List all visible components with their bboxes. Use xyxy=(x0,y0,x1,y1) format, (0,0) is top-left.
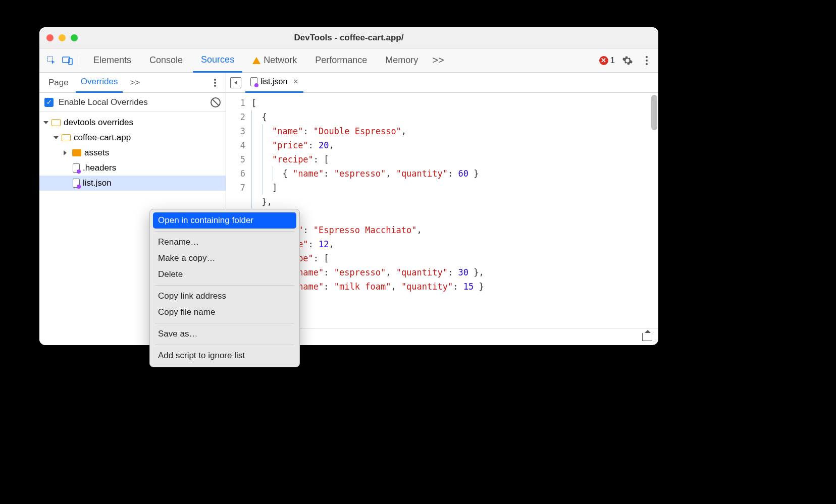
maximize-window-button[interactable] xyxy=(71,34,78,41)
titlebar[interactable]: DevTools - coffee-cart.app/ xyxy=(39,27,658,48)
ctx-copy-filename[interactable]: Copy file name xyxy=(153,304,296,320)
ctx-delete[interactable]: Delete xyxy=(153,266,296,283)
line-number: 5 xyxy=(226,152,245,166)
code-line[interactable]: { xyxy=(251,110,484,124)
devtools-window: DevTools - coffee-cart.app/ Elements Con… xyxy=(39,27,658,345)
content-area: Page Overrides >> ✓ Enable Local Overrid… xyxy=(39,73,658,345)
tree-domain[interactable]: coffee-cart.app xyxy=(39,130,226,145)
override-dot-icon xyxy=(254,83,258,87)
tab-performance-label: Performance xyxy=(315,55,367,66)
ctx-add-ignore[interactable]: Add script to ignore list xyxy=(153,348,296,364)
svg-point-3 xyxy=(646,56,648,58)
error-count-button[interactable]: ✕ 1 xyxy=(599,55,615,66)
toolbar-separator xyxy=(80,54,80,67)
kebab-menu-icon[interactable] xyxy=(640,55,653,66)
error-icon: ✕ xyxy=(599,56,608,65)
tab-network[interactable]: Network xyxy=(244,48,305,73)
subtab-overrides[interactable]: Overrides xyxy=(76,73,123,93)
toggle-drawer-icon[interactable] xyxy=(642,333,652,341)
svg-point-7 xyxy=(214,82,216,84)
tab-elements[interactable]: Elements xyxy=(85,48,139,73)
context-menu: Open in containing folder Rename… Make a… xyxy=(149,209,300,367)
tab-console-label: Console xyxy=(149,55,183,66)
folder-icon xyxy=(72,149,81,156)
tree-list-label: list.json xyxy=(83,178,112,188)
tab-memory[interactable]: Memory xyxy=(377,48,426,73)
line-number: 1 xyxy=(226,96,245,110)
code-line[interactable]: { "name": "espresso", "quantity": 60 } xyxy=(251,166,484,181)
tree-assets-label: assets xyxy=(84,148,109,158)
ctx-copy-link[interactable]: Copy link address xyxy=(153,288,296,304)
ctx-separator xyxy=(155,285,294,286)
ctx-separator xyxy=(155,345,294,345)
override-dot-icon xyxy=(77,170,81,174)
svg-point-8 xyxy=(214,85,216,87)
override-dot-icon xyxy=(77,185,81,189)
line-number: 7 xyxy=(226,181,245,195)
ctx-save-as[interactable]: Save as… xyxy=(153,326,296,342)
file-icon xyxy=(73,179,80,188)
file-icon xyxy=(73,163,80,173)
code-line[interactable]: "price": 20, xyxy=(251,138,484,152)
line-number: 4 xyxy=(226,138,245,152)
file-tab-label: list.json xyxy=(260,77,287,86)
sidebar-subtabs: Page Overrides >> xyxy=(39,73,226,93)
svg-point-4 xyxy=(646,60,648,62)
code-line[interactable]: [ xyxy=(251,96,484,110)
folder-icon xyxy=(62,134,71,141)
code-line[interactable]: "name": "Double Espresso", xyxy=(251,124,484,138)
tree-file-list[interactable]: list.json xyxy=(39,176,226,191)
toggle-nav-icon[interactable] xyxy=(230,77,241,88)
enable-overrides-checkbox[interactable]: ✓ xyxy=(44,98,54,107)
tree-headers-label: .headers xyxy=(83,163,116,173)
ctx-separator xyxy=(155,231,294,232)
tab-performance[interactable]: Performance xyxy=(307,48,375,73)
tab-network-label: Network xyxy=(264,55,297,66)
file-tab-list[interactable]: list.json × xyxy=(245,73,303,93)
device-toolbar-icon[interactable] xyxy=(61,53,75,68)
svg-rect-2 xyxy=(69,59,72,65)
close-tab-icon[interactable]: × xyxy=(293,77,298,86)
ctx-separator xyxy=(155,323,294,323)
settings-icon[interactable] xyxy=(617,55,638,66)
ctx-make-copy[interactable]: Make a copy… xyxy=(153,250,296,266)
chevron-down-icon xyxy=(54,136,59,139)
tree-root-label: devtools overrides xyxy=(64,118,133,128)
svg-point-5 xyxy=(646,63,648,65)
tab-memory-label: Memory xyxy=(385,55,418,66)
code-line[interactable]: }, xyxy=(251,195,484,209)
line-number: 2 xyxy=(226,110,245,124)
subtab-more-chevron[interactable]: >> xyxy=(125,73,145,93)
window-title: DevTools - coffee-cart.app/ xyxy=(294,33,404,43)
chevron-down-icon xyxy=(43,121,48,124)
warning-icon xyxy=(252,57,260,64)
tree-file-headers[interactable]: .headers xyxy=(39,160,226,176)
chevron-right-icon xyxy=(64,150,69,155)
scrollbar-thumb[interactable] xyxy=(651,95,657,130)
minimize-window-button[interactable] xyxy=(59,34,66,41)
ctx-rename[interactable]: Rename… xyxy=(153,234,296,250)
line-number: 3 xyxy=(226,124,245,138)
close-window-button[interactable] xyxy=(46,34,54,41)
tree-domain-label: coffee-cart.app xyxy=(74,133,131,143)
tree-folder-assets[interactable]: assets xyxy=(39,145,226,160)
enable-overrides-row: ✓ Enable Local Overrides xyxy=(39,93,226,112)
ctx-open-in-folder[interactable]: Open in containing folder xyxy=(153,212,296,229)
tab-console[interactable]: Console xyxy=(141,48,191,73)
code-line[interactable]: ] xyxy=(251,181,484,195)
main-toolbar: Elements Console Sources Network Perform… xyxy=(39,48,658,73)
enable-overrides-label: Enable Local Overrides xyxy=(59,97,148,107)
tab-sources-label: Sources xyxy=(201,54,234,65)
code-line[interactable]: "recipe": [ xyxy=(251,152,484,166)
subtab-page[interactable]: Page xyxy=(43,73,74,93)
more-tabs-chevron[interactable]: >> xyxy=(428,54,448,66)
inspect-element-icon[interactable] xyxy=(44,53,59,68)
tab-sources[interactable]: Sources xyxy=(193,48,242,73)
traffic-lights xyxy=(46,34,78,41)
clear-overrides-icon[interactable] xyxy=(211,97,221,107)
tree-root[interactable]: devtools overrides xyxy=(39,115,226,130)
line-number: 6 xyxy=(226,166,245,181)
sidebar-kebab-icon[interactable] xyxy=(208,78,222,87)
tab-elements-label: Elements xyxy=(93,55,131,66)
file-icon xyxy=(250,77,257,86)
